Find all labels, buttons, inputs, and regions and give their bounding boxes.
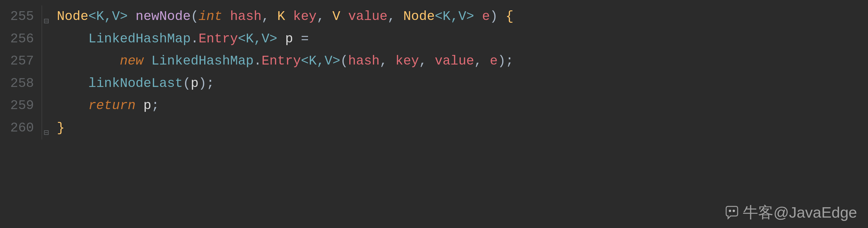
line-number-text: 257 (10, 50, 34, 73)
line-number: 255 (6, 5, 34, 28)
line-number-text: 259 (10, 94, 34, 117)
watermark-text: 牛客@JavaEdge (743, 199, 857, 225)
line-number: 258 (6, 73, 34, 95)
line-number-text: 260 (10, 117, 34, 139)
code-line[interactable]: LinkedHashMap.Entry<K,V> p = (55, 28, 868, 50)
type-token: Node (57, 5, 88, 28)
line-number: 260 (6, 117, 34, 139)
nowcoder-icon (724, 204, 740, 220)
line-number-text: 258 (10, 73, 34, 95)
fold-gutter: ⊟ ⊟ (38, 0, 55, 228)
svg-point-2 (733, 210, 735, 212)
code-line[interactable]: linkNodeLast(p); (55, 73, 868, 95)
code-line[interactable]: return p; (55, 94, 868, 117)
line-number-text: 256 (10, 28, 34, 50)
line-number: 257 (6, 50, 34, 73)
code-line[interactable]: new LinkedHashMap.Entry<K,V>(hash, key, … (55, 50, 868, 73)
code-line[interactable]: } (55, 117, 868, 139)
method-name: newNode (135, 5, 191, 28)
line-number: 259 (6, 94, 34, 117)
code-editor[interactable]: 255 256 257 258 259 260 ⊟ ⊟ Node<K,V> ne… (0, 0, 868, 228)
fold-close-icon[interactable]: ⊟ (44, 126, 49, 141)
line-gutter: 255 256 257 258 259 260 (0, 0, 38, 228)
line-number: 256 (6, 28, 34, 50)
code-content[interactable]: Node<K,V> newNode(int hash, K key, V val… (55, 0, 868, 228)
fold-open-icon[interactable]: ⊟ (44, 14, 49, 29)
code-line[interactable]: Node<K,V> newNode(int hash, K key, V val… (55, 5, 868, 28)
line-number-text: 255 (10, 5, 34, 28)
watermark: 牛客@JavaEdge (724, 199, 857, 225)
svg-point-1 (729, 210, 731, 212)
